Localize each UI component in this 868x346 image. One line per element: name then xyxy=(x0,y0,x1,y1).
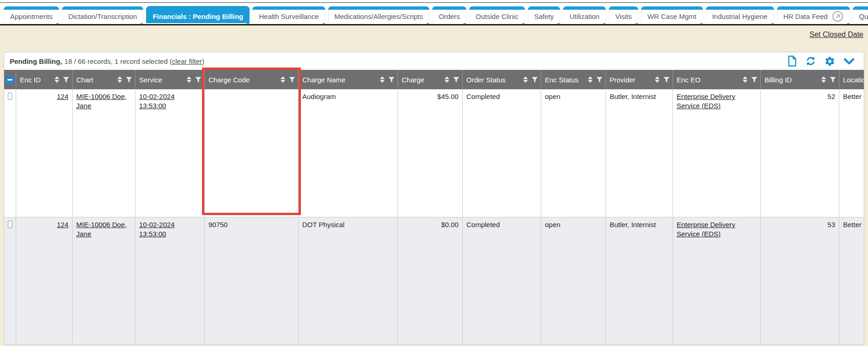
gear-icon xyxy=(825,56,835,67)
tab-industrial-hygiene[interactable]: Industrial Hygiene xyxy=(706,6,774,23)
column-label: Charge xyxy=(402,76,445,84)
panel-title: Pending Billing, xyxy=(10,57,62,65)
collapse-button[interactable] xyxy=(844,58,855,65)
cell-billing_id: 52 xyxy=(761,89,839,217)
sort-icon[interactable] xyxy=(281,76,285,83)
column-label: Location xyxy=(843,76,864,84)
column-header-charge_code[interactable]: Charge Code xyxy=(205,70,299,89)
tab-wr-case-mgmt[interactable]: WR Case Mgmt xyxy=(641,6,703,23)
filter-icon[interactable] xyxy=(453,77,459,83)
chart-link[interactable]: MIE-10006 Doe, Jane xyxy=(76,221,127,238)
refresh-button[interactable] xyxy=(805,56,816,67)
filter-icon[interactable] xyxy=(63,77,69,83)
filter-icon[interactable] xyxy=(126,77,132,83)
tab-dictation-transcription[interactable]: Dictation/Transcription xyxy=(62,6,144,23)
cell-charge_name: DOT Physical xyxy=(299,217,398,345)
cell-charge_code xyxy=(205,89,299,217)
cell-location: Better O xyxy=(839,217,864,345)
filter-icon[interactable] xyxy=(663,77,670,83)
column-header-charge_name[interactable]: Charge Name xyxy=(299,70,398,89)
cell-order_status: Completed xyxy=(463,89,541,217)
column-label: Chart xyxy=(76,76,117,84)
cell-select xyxy=(4,217,16,345)
sort-icon[interactable] xyxy=(523,76,528,83)
tab-medications-allergies-scripts[interactable]: Medications/Allergies/Scripts xyxy=(328,6,430,23)
tab-hr-data-feed[interactable]: HR Data Feed xyxy=(777,6,850,23)
tab-health-surveillance[interactable]: Health Surveillance xyxy=(252,6,325,23)
table-header-row: Enc IDChartServiceCharge CodeCharge Name… xyxy=(4,70,864,89)
sort-icon[interactable] xyxy=(187,76,191,83)
service-link[interactable]: 10-02-2024 13:53:00 xyxy=(139,93,175,110)
chart-link[interactable]: MIE-10006 Doe, Jane xyxy=(76,93,127,110)
records-summary-close: ) xyxy=(202,57,204,65)
refresh-icon xyxy=(805,56,816,67)
sort-icon[interactable] xyxy=(445,76,449,83)
tab-label: Health Surveillance xyxy=(259,12,318,20)
column-header-enc_eo[interactable]: Enc EO xyxy=(673,70,761,89)
sort-icon[interactable] xyxy=(743,76,747,83)
select-all-checkbox[interactable] xyxy=(6,76,14,84)
tab-safety[interactable]: Safety xyxy=(528,6,561,23)
tab-outside-clinic[interactable]: Outside Clinic xyxy=(469,6,525,23)
sort-icon[interactable] xyxy=(588,76,593,83)
filter-icon[interactable] xyxy=(596,77,603,83)
row-checkbox[interactable] xyxy=(8,221,12,228)
new-document-icon xyxy=(788,56,797,67)
filter-icon[interactable] xyxy=(195,77,202,83)
filter-icon[interactable] xyxy=(830,77,836,83)
records-summary-text: 18 / 66 records, 1 record selected ( xyxy=(64,57,172,65)
cell-select xyxy=(4,89,16,217)
row-checkbox[interactable] xyxy=(8,93,12,100)
enc_id-link[interactable]: 124 xyxy=(57,93,68,100)
tab-appointments[interactable]: Appointments xyxy=(4,6,59,23)
set-closed-date-link[interactable]: Set Closed Date xyxy=(809,31,863,39)
filter-icon[interactable] xyxy=(532,77,538,83)
column-header-charge[interactable]: Charge xyxy=(398,70,463,89)
filter-icon[interactable] xyxy=(388,77,395,83)
sort-icon[interactable] xyxy=(55,76,59,83)
column-header-enc_id[interactable]: Enc ID xyxy=(16,70,73,89)
filter-icon[interactable] xyxy=(289,77,295,83)
tab-quality-of-care[interactable]: Quality of Care xyxy=(853,6,868,23)
sort-icon[interactable] xyxy=(380,76,385,83)
column-label: Charge Name xyxy=(302,76,380,84)
tab-visits[interactable]: Visits xyxy=(609,6,638,23)
enc_eo-link[interactable]: Enterprise Delivery Service (EDS) xyxy=(677,93,735,110)
sort-icon[interactable] xyxy=(821,76,826,83)
clear-filter-link[interactable]: clear filter xyxy=(172,57,202,65)
service-link[interactable]: 10-02-2024 13:53:00 xyxy=(139,221,175,238)
new-document-button[interactable] xyxy=(788,56,797,67)
column-header-order_status[interactable]: Order Status xyxy=(463,70,541,89)
tab-label: Financials : Pending Billing xyxy=(153,12,243,20)
tab-financials-pending-billing[interactable]: Financials : Pending Billing xyxy=(146,6,250,23)
column-header-service[interactable]: Service xyxy=(135,70,205,89)
column-header-billing_id[interactable]: Billing ID xyxy=(761,70,839,89)
enc_id-link[interactable]: 124 xyxy=(57,221,68,229)
tab-utilization[interactable]: Utilization xyxy=(563,6,606,23)
sort-icon[interactable] xyxy=(117,76,122,83)
column-label: Enc Status xyxy=(545,76,588,84)
cell-charge: $0.00 xyxy=(398,217,463,345)
column-header-provider[interactable]: Provider xyxy=(606,70,673,89)
cell-chart: MIE-10006 Doe, Jane xyxy=(73,89,135,217)
cell-order_status: Completed xyxy=(463,217,541,345)
chevron-down-icon xyxy=(844,58,855,65)
tab-label: Utilization xyxy=(569,12,599,20)
table-row: 124MIE-10006 Doe, Jane10-02-2024 13:53:0… xyxy=(4,217,864,345)
tab-label: Visits xyxy=(615,12,632,20)
cell-enc_eo: Enterprise Delivery Service (EDS) xyxy=(673,89,761,217)
cell-chart: MIE-10006 Doe, Jane xyxy=(73,217,135,345)
filter-icon[interactable] xyxy=(751,77,758,83)
column-header-enc_status[interactable]: Enc Status xyxy=(541,70,606,89)
external-link-circle-icon[interactable] xyxy=(832,11,844,22)
column-header-select[interactable] xyxy=(4,70,16,89)
tab-orders[interactable]: Orders xyxy=(432,6,466,23)
column-header-chart[interactable]: Chart xyxy=(73,70,135,89)
settings-button[interactable] xyxy=(825,56,835,67)
tab-label: Industrial Hygiene xyxy=(712,12,768,20)
cell-enc_status: open xyxy=(541,89,606,217)
sort-icon[interactable] xyxy=(655,76,660,83)
pending-billing-panel: Pending Billing, 18 / 66 records, 1 reco… xyxy=(4,52,864,345)
enc_eo-link[interactable]: Enterprise Delivery Service (EDS) xyxy=(677,221,735,238)
column-header-location[interactable]: Location xyxy=(839,70,864,89)
